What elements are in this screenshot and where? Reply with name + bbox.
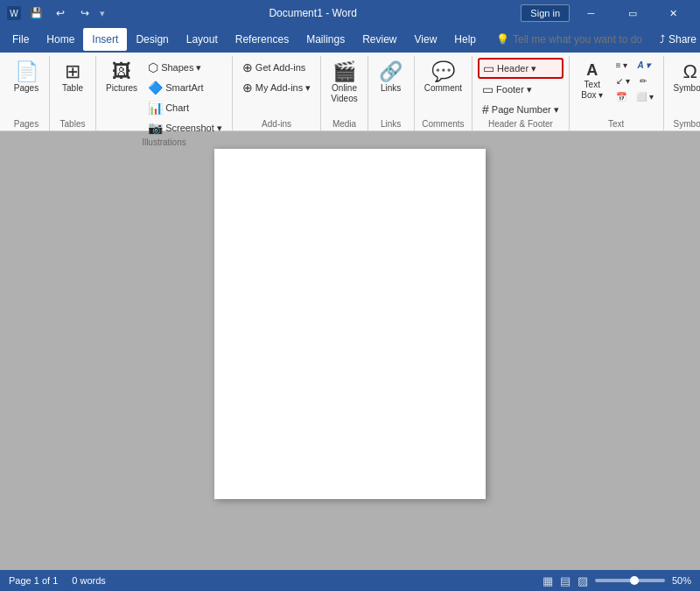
- header-label: Header ▾: [497, 63, 536, 74]
- share-button[interactable]: ⤴ Share: [660, 33, 696, 46]
- restore-button[interactable]: ▭: [612, 0, 652, 26]
- document-area: [0, 131, 700, 570]
- menu-bar-right: 💡 ⤴ Share: [496, 33, 696, 46]
- menu-home[interactable]: Home: [38, 28, 83, 51]
- symbols-group-label: Symbols: [669, 119, 700, 130]
- get-addins-button[interactable]: ⊕ Get Add-ins: [238, 58, 315, 77]
- quick-parts-button[interactable]: ≡ ▾: [612, 58, 633, 73]
- menu-references[interactable]: References: [227, 28, 298, 51]
- redo-button[interactable]: ↪: [75, 4, 94, 23]
- close-button[interactable]: ✕: [654, 0, 693, 26]
- shapes-button[interactable]: ⬡ Shapes ▾: [144, 58, 227, 77]
- zoom-slider[interactable]: [595, 579, 665, 582]
- table-icon: ⊞: [65, 62, 80, 81]
- wordart-button[interactable]: A ▾: [633, 58, 654, 73]
- shapes-label: Shapes ▾: [161, 62, 201, 74]
- header-footer-group-label: Header & Footer: [478, 119, 564, 130]
- chart-label: Chart: [165, 102, 189, 113]
- ribbon-group-header-footer: ▭ Header ▾ ▭ Footer ▾ # Page Number ▾ He…: [472, 56, 570, 130]
- reading-view-button[interactable]: ▤: [560, 574, 570, 587]
- links-label: Links: [381, 83, 401, 94]
- ribbon-group-symbols: Ω Symbols Symbols: [664, 56, 700, 130]
- pictures-icon: 🖼: [112, 62, 131, 81]
- minimize-button[interactable]: ─: [571, 0, 611, 26]
- title-bar: W 💾 ↩ ↪ ▾ Document1 - Word Sign in ─ ▭ ✕: [0, 0, 700, 26]
- menu-review[interactable]: Review: [354, 28, 405, 51]
- header-footer-col: ▭ Header ▾ ▭ Footer ▾ # Page Number ▾: [478, 58, 564, 119]
- online-videos-icon: 🎬: [332, 62, 356, 81]
- menu-mailings[interactable]: Mailings: [298, 28, 354, 51]
- get-addins-icon: ⊕: [242, 60, 253, 74]
- table-button[interactable]: ⊞ Table: [55, 58, 90, 96]
- print-layout-view-button[interactable]: ▦: [542, 574, 553, 587]
- web-layout-view-button[interactable]: ▨: [578, 574, 588, 587]
- date-time-button[interactable]: 📅: [612, 89, 631, 104]
- save-button[interactable]: 💾: [26, 4, 46, 23]
- page-number-button[interactable]: # Page Number ▾: [478, 100, 564, 119]
- page-info: Page 1 of 1: [9, 575, 58, 586]
- word-icon: W: [7, 6, 21, 20]
- ribbon-group-tables: ⊞ Table Tables: [50, 56, 96, 130]
- menu-design[interactable]: Design: [127, 28, 177, 51]
- undo-button[interactable]: ↩: [51, 4, 70, 23]
- ribbon-group-pages: 📄 Pages Pages: [4, 56, 50, 130]
- my-addins-label: My Add-ins ▾: [256, 82, 311, 94]
- menu-layout[interactable]: Layout: [178, 28, 227, 51]
- header-button[interactable]: ▭ Header ▾: [478, 58, 564, 79]
- pages-group-label: Pages: [9, 119, 44, 130]
- pictures-label: Pictures: [106, 83, 137, 94]
- footer-button[interactable]: ▭ Footer ▾: [478, 80, 564, 99]
- chart-button[interactable]: 📊 Chart: [144, 98, 227, 117]
- links-icon: 🔗: [379, 62, 402, 81]
- links-button[interactable]: 🔗 Links: [374, 58, 409, 96]
- comment-icon: 💬: [431, 62, 455, 81]
- ribbon-group-text: A TextBox ▾ ≡ ▾ A ▾ ↙ ▾ ✏ 📅 ⬜ ▾ Text: [570, 56, 664, 130]
- smartart-icon: 🔷: [148, 81, 163, 95]
- tell-me-container: 💡: [496, 33, 653, 46]
- table-label: Table: [62, 83, 83, 94]
- sign-in-button[interactable]: Sign in: [521, 4, 570, 22]
- textbox-button[interactable]: A TextBox ▾: [575, 58, 610, 103]
- document-page[interactable]: [214, 149, 486, 499]
- signature-button[interactable]: ✏: [635, 74, 651, 88]
- symbols-items: Ω Symbols: [669, 58, 700, 119]
- pictures-button[interactable]: 🖼 Pictures: [102, 58, 142, 96]
- menu-help[interactable]: Help: [445, 28, 485, 51]
- screenshot-icon: 📷: [148, 121, 163, 135]
- dropcap-button[interactable]: ↙ ▾: [612, 74, 634, 88]
- ribbon-group-addins: ⊕ Get Add-ins ⊕ My Add-ins ▾ Add-ins: [233, 56, 321, 130]
- tell-me-input[interactable]: [513, 33, 653, 46]
- get-addins-label: Get Add-ins: [256, 62, 305, 73]
- screenshot-button[interactable]: 📷 Screenshot ▾: [144, 118, 227, 137]
- title-bar-right: Sign in ─ ▭ ✕: [521, 0, 693, 26]
- media-group-label: Media: [326, 119, 361, 130]
- symbols-button[interactable]: Ω Symbols: [669, 58, 700, 96]
- lightbulb-icon: 💡: [496, 33, 509, 46]
- illustrations-col: ⬡ Shapes ▾ 🔷 SmartArt 📊 Chart 📷 Screensh…: [144, 58, 227, 137]
- object-button[interactable]: ⬜ ▾: [632, 89, 658, 104]
- pages-button[interactable]: 📄 Pages: [9, 58, 44, 96]
- text-right-col: ≡ ▾ A ▾ ↙ ▾ ✏ 📅 ⬜ ▾: [612, 58, 658, 104]
- pages-icon: 📄: [15, 62, 38, 81]
- my-addins-button[interactable]: ⊕ My Add-ins ▾: [238, 78, 315, 97]
- text-small-row1: ≡ ▾ A ▾: [612, 58, 658, 73]
- page-number-label: Page Number ▾: [492, 104, 559, 116]
- smartart-button[interactable]: 🔷 SmartArt: [144, 78, 227, 97]
- chart-icon: 📊: [148, 101, 163, 115]
- zoom-thumb[interactable]: [630, 576, 639, 585]
- menu-file[interactable]: File: [4, 28, 38, 51]
- comment-button[interactable]: 💬 Comment: [420, 58, 466, 96]
- title-bar-left: W 💾 ↩ ↪ ▾: [7, 4, 105, 23]
- ribbon-group-links: 🔗 Links Links: [368, 56, 415, 130]
- online-videos-button[interactable]: 🎬 OnlineVideos: [326, 58, 361, 107]
- menu-bar: File Home Insert Design Layout Reference…: [0, 26, 700, 53]
- ribbon-group-comments: 💬 Comment Comments: [415, 56, 472, 130]
- comments-items: 💬 Comment: [420, 58, 466, 119]
- ribbon: 📄 Pages Pages ⊞ Table Tables 🖼 Pictures …: [0, 53, 700, 131]
- textbox-icon: A: [586, 62, 598, 78]
- page-number-icon: #: [482, 102, 489, 116]
- menu-view[interactable]: View: [406, 28, 446, 51]
- comment-label: Comment: [424, 83, 462, 94]
- menu-insert[interactable]: Insert: [83, 28, 127, 51]
- illustrations-group-label: Illustrations: [102, 137, 227, 149]
